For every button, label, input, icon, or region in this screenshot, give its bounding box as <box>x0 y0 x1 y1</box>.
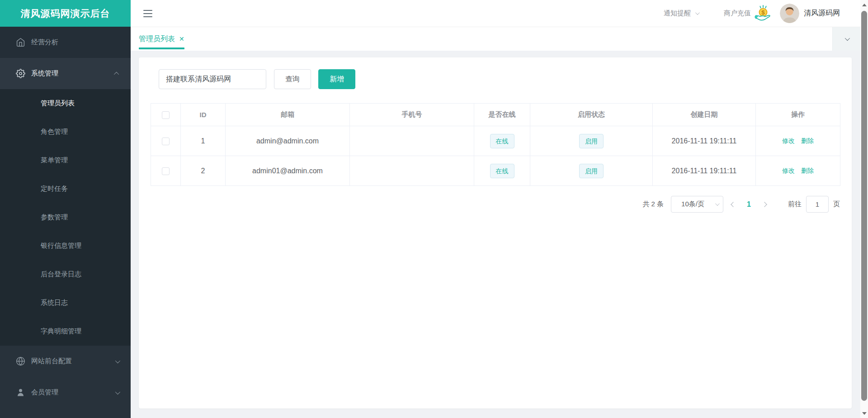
chevron-right-icon <box>762 202 767 207</box>
chevron-left-icon <box>731 202 736 207</box>
goto-page-input[interactable] <box>806 196 829 213</box>
cell-status: 启用 <box>530 156 653 186</box>
column-header-phone: 手机号 <box>350 104 474 126</box>
table-row: 2 admin01@admin.com 在线 启用 2016-11-11 19:… <box>151 156 840 186</box>
topbar: 通知提醒 商户充值 $ <box>131 0 860 27</box>
hamburger-icon[interactable] <box>143 10 152 17</box>
cell-id: 1 <box>181 126 226 156</box>
cell-created: 2016-11-11 19:11:11 <box>653 156 756 186</box>
globe-icon <box>16 356 25 366</box>
add-button[interactable]: 新增 <box>318 69 355 89</box>
sidebar-item-label: 经营分析 <box>31 38 58 47</box>
column-header-id: ID <box>181 104 226 126</box>
scrollbar-down-arrow[interactable] <box>860 409 868 417</box>
tabs-collapse-button[interactable] <box>832 27 860 51</box>
header-checkbox-cell <box>151 104 181 126</box>
submenu-label: 后台登录日志 <box>41 270 81 279</box>
chevron-down-icon <box>115 389 120 394</box>
gear-icon <box>16 69 25 78</box>
scrollbar-thumb[interactable] <box>861 11 867 401</box>
tab-close-icon[interactable]: ✕ <box>179 35 184 43</box>
edit-link[interactable]: 修改 <box>782 167 795 174</box>
cell-email: admin01@admin.com <box>226 156 350 186</box>
column-header-actions: 操作 <box>756 104 840 126</box>
status-badge[interactable]: 启用 <box>579 134 604 148</box>
app-window: 清风源码网演示后台 经营分析 系统管理 管理员列表 角色管理 菜单管理 定时任务… <box>0 0 868 418</box>
prev-page-button[interactable] <box>729 198 738 210</box>
column-header-email: 邮箱 <box>226 104 350 126</box>
chevron-up-icon <box>114 71 119 76</box>
toolbar: 查询 新增 <box>159 69 840 89</box>
sidebar-item-member-management[interactable]: 会员管理 <box>0 377 131 408</box>
merchant-recharge-link[interactable]: 商户充值 <box>724 9 751 18</box>
cell-online: 在线 <box>474 156 530 186</box>
notice-label: 通知提醒 <box>664 9 691 18</box>
money-in-hand-icon[interactable]: $ <box>754 4 773 23</box>
page-size-value: 10条/页 <box>681 200 704 209</box>
user-avatar[interactable] <box>780 4 799 23</box>
chevron-down-icon <box>844 36 849 41</box>
cell-status: 启用 <box>530 126 653 156</box>
row-checkbox[interactable] <box>162 167 170 175</box>
row-checkbox-cell <box>151 156 181 186</box>
home-icon <box>16 38 25 47</box>
svg-text:$: $ <box>761 9 765 16</box>
tab-admin-list[interactable]: 管理员列表 ✕ <box>139 27 184 51</box>
column-header-created: 创建日期 <box>653 104 756 126</box>
row-checkbox[interactable] <box>162 138 170 145</box>
notice-dropdown[interactable]: 通知提醒 <box>664 9 698 18</box>
page-scrollbar[interactable] <box>860 0 868 418</box>
app-logo: 清风源码网演示后台 <box>0 0 131 27</box>
cell-actions: 修改删除 <box>756 156 840 186</box>
sidebar: 清风源码网演示后台 经营分析 系统管理 管理员列表 角色管理 菜单管理 定时任务… <box>0 0 131 418</box>
delete-link[interactable]: 删除 <box>801 167 814 174</box>
submenu-label: 参数管理 <box>41 213 68 222</box>
sidebar-item-role-management[interactable]: 角色管理 <box>0 118 131 146</box>
tabbar: 管理员列表 ✕ <box>131 27 860 51</box>
chevron-down-icon <box>115 358 120 363</box>
sidebar-item-label: 系统管理 <box>31 69 58 78</box>
sidebar-item-bank-info-management[interactable]: 银行信息管理 <box>0 232 131 260</box>
table-header-row: ID 邮箱 手机号 是否在线 启用状态 创建日期 操作 <box>151 104 840 126</box>
main-content: 查询 新增 ID 邮箱 手机号 是否在线 启用状态 创建日期 <box>131 51 860 418</box>
current-page[interactable]: 1 <box>747 200 751 209</box>
page-size-select[interactable]: 10条/页 <box>671 196 723 213</box>
submenu-label: 系统日志 <box>41 299 68 307</box>
sidebar-item-menu-management[interactable]: 菜单管理 <box>0 146 131 175</box>
edit-link[interactable]: 修改 <box>782 137 795 144</box>
submenu-label: 菜单管理 <box>41 156 68 165</box>
status-badge[interactable]: 启用 <box>579 164 604 178</box>
delete-link[interactable]: 删除 <box>801 137 814 144</box>
next-page-button[interactable] <box>760 198 769 210</box>
pagination: 共 2 条 10条/页 1 前往 页 <box>151 196 840 213</box>
topbar-right: 通知提醒 商户充值 $ <box>664 4 860 23</box>
page-unit-label: 页 <box>833 200 840 209</box>
cell-online: 在线 <box>474 126 530 156</box>
scrollbar-up-arrow[interactable] <box>860 1 868 9</box>
cell-actions: 修改删除 <box>756 126 840 156</box>
content-card: 查询 新增 ID 邮箱 手机号 是否在线 启用状态 创建日期 <box>139 57 852 408</box>
submenu-label: 角色管理 <box>41 128 68 136</box>
sidebar-item-system-log[interactable]: 系统日志 <box>0 289 131 317</box>
sidebar-item-parameter-management[interactable]: 参数管理 <box>0 203 131 232</box>
sidebar-item-site-frontend-config[interactable]: 网站前台配置 <box>0 346 131 377</box>
username-label[interactable]: 清风源码网 <box>804 9 840 18</box>
search-input[interactable] <box>159 69 266 89</box>
online-badge: 在线 <box>490 164 514 178</box>
submenu-label: 字典明细管理 <box>41 327 81 336</box>
query-button[interactable]: 查询 <box>274 69 311 89</box>
cell-created: 2016-11-11 19:11:11 <box>653 126 756 156</box>
goto-label: 前往 <box>788 200 802 209</box>
select-all-checkbox[interactable] <box>162 111 170 119</box>
sidebar-item-admin-list[interactable]: 管理员列表 <box>0 89 131 118</box>
chevron-down-icon <box>695 10 700 15</box>
table-row: 1 admin@admin.com 在线 启用 2016-11-11 19:11… <box>151 126 840 156</box>
sidebar-item-business-analysis[interactable]: 经营分析 <box>0 27 131 58</box>
sidebar-item-dict-detail-management[interactable]: 字典明细管理 <box>0 317 131 346</box>
submenu-label: 管理员列表 <box>41 99 75 108</box>
sidebar-item-scheduled-tasks[interactable]: 定时任务 <box>0 175 131 203</box>
app-logo-title: 清风源码网演示后台 <box>21 7 110 20</box>
column-header-online: 是否在线 <box>474 104 530 126</box>
sidebar-item-backend-login-log[interactable]: 后台登录日志 <box>0 260 131 289</box>
sidebar-item-system-management[interactable]: 系统管理 <box>0 58 131 89</box>
